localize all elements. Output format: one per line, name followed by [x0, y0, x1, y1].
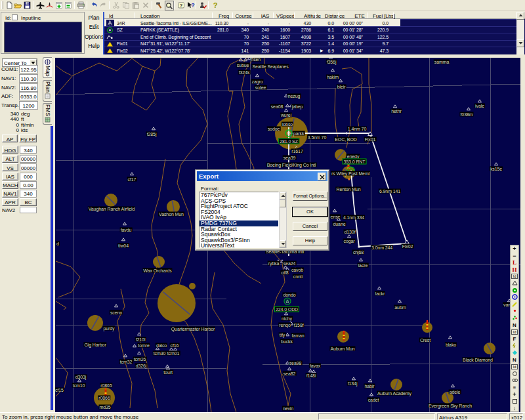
svg-text:?: ?: [180, 3, 183, 9]
svg-text:?: ?: [213, 1, 218, 9]
svg-text:?: ?: [191, 2, 195, 9]
